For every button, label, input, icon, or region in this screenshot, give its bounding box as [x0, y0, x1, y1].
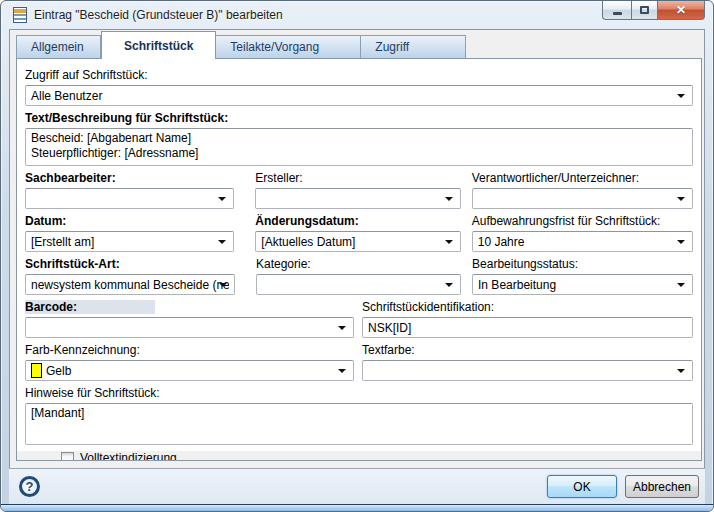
identifikation-input[interactable]: NSK[ID]: [362, 317, 693, 338]
field-aufbewahrungsfrist: Aufbewahrungsfrist für Schriftstück: 10 …: [472, 214, 693, 252]
volltext-row: Volltextindizierung: [17, 451, 701, 461]
barcode-combobox[interactable]: [25, 317, 354, 338]
sachbearbeiter-label: Sachbearbeiter:: [25, 171, 234, 185]
row-bearbeiter: Sachbearbeiter: Ersteller:: [25, 171, 693, 209]
window-bottom-frame: [1, 504, 713, 511]
field-schriftstueck-art: Schriftstück-Art: newsystem kommunal Bes…: [25, 257, 235, 295]
textfarbe-label: Textfarbe:: [362, 343, 693, 357]
ersteller-label: Ersteller:: [255, 171, 460, 185]
dialog-footer: ? OK Abbrechen: [9, 468, 705, 504]
dropdown-arrow-icon: [677, 369, 685, 373]
help-icon: ?: [26, 479, 34, 494]
dropdown-arrow-icon: [445, 197, 453, 201]
dropdown-arrow-icon: [218, 197, 226, 201]
field-bearbeitungsstatus: Bearbeitungsstatus: In Bearbeitung: [472, 257, 693, 295]
aufbewahrungsfrist-value: 10 Jahre: [478, 235, 687, 249]
beschreibung-textarea[interactable]: Bescheid: [Abgabenart Name] Steuerpflich…: [25, 128, 693, 166]
cancel-label: Abbrechen: [633, 480, 691, 494]
tab-schriftstueck[interactable]: Schriftstück: [101, 31, 216, 59]
aenderungsdatum-value: [Aktuelles Datum]: [261, 235, 454, 249]
schriftstueck-art-label: Schriftstück-Art:: [25, 257, 235, 271]
field-verantwortlicher: Verantwortlicher/Unterzeichner:: [472, 171, 693, 209]
field-textfarbe: Textfarbe:: [362, 343, 693, 381]
dropdown-arrow-icon: [338, 369, 346, 373]
tab-page-schriftstueck: Zugriff auf Schriftstück: Alle Benutzer …: [16, 58, 702, 461]
minimize-button[interactable]: [602, 1, 631, 20]
ersteller-combobox[interactable]: [255, 188, 460, 209]
tab-label: Zugriff: [375, 40, 409, 54]
dropdown-arrow-icon: [677, 240, 685, 244]
farbkennzeichnung-value: Gelb: [46, 364, 348, 378]
dialog-client-area: Allgemein Schriftstück Teilakte/Vorgang …: [9, 29, 705, 504]
datum-combobox[interactable]: [Erstellt am]: [25, 231, 234, 252]
minimize-icon: [613, 12, 622, 15]
schriftstueck-art-combobox[interactable]: newsystem kommunal Bescheide (newsy: [25, 274, 235, 295]
tab-label: Schriftstück: [124, 39, 193, 53]
aufbewahrungsfrist-combobox[interactable]: 10 Jahre: [472, 231, 693, 252]
maximize-button[interactable]: [631, 1, 658, 20]
volltext-label: Volltextindizierung: [80, 451, 177, 461]
color-swatch-icon: [31, 363, 42, 378]
window-title: Eintrag "Bescheid (Grundsteuer B)" bearb…: [34, 8, 283, 22]
identifikation-label: Schriftstückidentifikation:: [362, 300, 693, 314]
row-datum: Datum: [Erstellt am] Änderungsdatum: [Ak…: [25, 214, 693, 252]
dropdown-arrow-icon: [677, 94, 685, 98]
close-button[interactable]: ✕: [658, 1, 705, 20]
volltext-checkbox[interactable]: [61, 452, 74, 462]
bearbeitungsstatus-label: Bearbeitungsstatus:: [472, 257, 693, 271]
kategorie-combobox[interactable]: [256, 274, 461, 295]
row-barcode: Barcode: Schriftstückidentifikation: NSK…: [25, 300, 693, 338]
tab-zugriff[interactable]: Zugriff: [361, 35, 466, 58]
footer-buttons: OK Abbrechen: [547, 475, 699, 498]
tab-strip: Allgemein Schriftstück Teilakte/Vorgang …: [16, 30, 704, 58]
farbkennzeichnung-combobox[interactable]: Gelb: [25, 360, 354, 381]
tab-allgemein[interactable]: Allgemein: [16, 35, 101, 58]
barcode-label: Barcode:: [25, 300, 155, 314]
ok-label: OK: [573, 480, 590, 494]
bearbeitungsstatus-combobox[interactable]: In Bearbeitung: [472, 274, 693, 295]
sachbearbeiter-combobox[interactable]: [25, 188, 234, 209]
zugriff-combobox[interactable]: Alle Benutzer: [25, 85, 693, 106]
schriftstueck-art-value: newsystem kommunal Bescheide (newsy: [31, 278, 229, 292]
field-farbkennzeichnung: Farb-Kennzeichnung: Gelb: [25, 343, 354, 381]
dialog-window: Eintrag "Bescheid (Grundsteuer B)" bearb…: [0, 0, 714, 512]
field-hinweise: Hinweise für Schriftstück: [Mandant]: [25, 386, 693, 445]
textfarbe-combobox[interactable]: [362, 360, 693, 381]
dropdown-arrow-icon: [338, 326, 346, 330]
field-aenderungsdatum: Änderungsdatum: [Aktuelles Datum]: [255, 214, 460, 252]
cancel-button[interactable]: Abbrechen: [625, 475, 699, 498]
identifikation-value: NSK[ID]: [368, 321, 687, 335]
field-zugriff: Zugriff auf Schriftstück: Alle Benutzer: [25, 68, 693, 106]
row-art: Schriftstück-Art: newsystem kommunal Bes…: [25, 257, 693, 295]
dropdown-arrow-icon: [677, 197, 685, 201]
close-icon: ✕: [676, 3, 686, 17]
datum-label: Datum:: [25, 214, 234, 228]
verantwortlicher-label: Verantwortlicher/Unterzeichner:: [472, 171, 693, 185]
dropdown-arrow-icon: [445, 240, 453, 244]
aenderungsdatum-combobox[interactable]: [Aktuelles Datum]: [255, 231, 460, 252]
tab-label: Teilakte/Vorgang: [230, 40, 319, 54]
dropdown-arrow-icon: [218, 240, 226, 244]
tab-label: Allgemein: [31, 40, 84, 54]
ok-button[interactable]: OK: [547, 475, 617, 498]
help-button[interactable]: ?: [19, 476, 40, 497]
field-kategorie: Kategorie:: [256, 257, 461, 295]
aufbewahrungsfrist-label: Aufbewahrungsfrist für Schriftstück:: [472, 214, 693, 228]
window-controls: ✕: [602, 1, 705, 20]
hinweise-textarea[interactable]: [Mandant]: [25, 403, 693, 445]
form: Zugriff auf Schriftstück: Alle Benutzer …: [17, 59, 701, 445]
dropdown-arrow-icon: [219, 283, 227, 287]
dropdown-arrow-icon: [445, 283, 453, 287]
zugriff-value: Alle Benutzer: [31, 89, 687, 103]
document-icon: [13, 7, 27, 23]
aenderungsdatum-label: Änderungsdatum:: [255, 214, 460, 228]
tab-teilakte-vorgang[interactable]: Teilakte/Vorgang: [216, 35, 361, 58]
field-beschreibung: Text/Beschreibung für Schriftstück: Besc…: [25, 111, 693, 166]
field-sachbearbeiter: Sachbearbeiter:: [25, 171, 234, 209]
field-ersteller: Ersteller:: [255, 171, 460, 209]
field-barcode: Barcode:: [25, 300, 354, 338]
hinweise-label: Hinweise für Schriftstück:: [25, 386, 693, 400]
zugriff-label: Zugriff auf Schriftstück:: [25, 68, 693, 82]
beschreibung-label: Text/Beschreibung für Schriftstück:: [25, 111, 693, 125]
verantwortlicher-combobox[interactable]: [472, 188, 693, 209]
